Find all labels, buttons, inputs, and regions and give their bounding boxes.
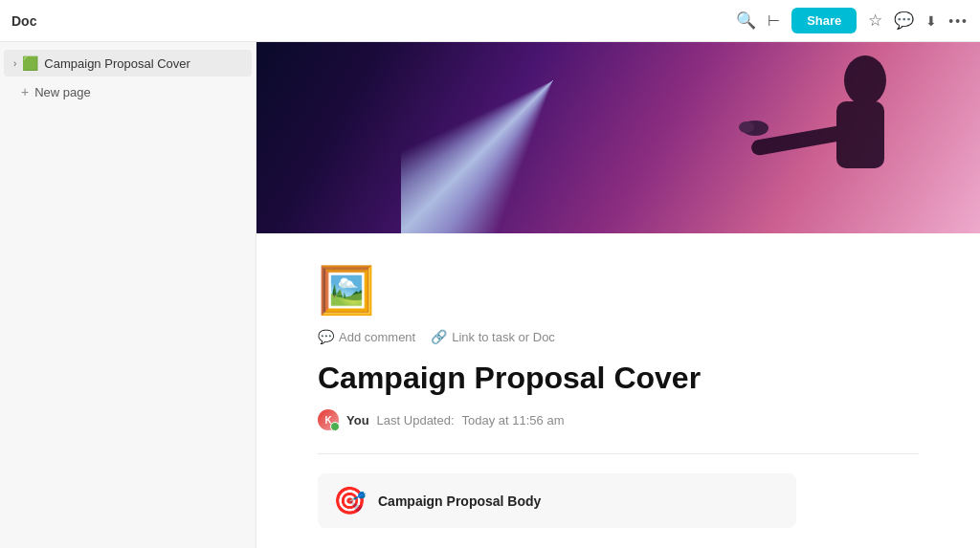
export-icon: ⬇ bbox=[925, 13, 937, 29]
sidebar-page-icon: 🟩 bbox=[22, 55, 38, 71]
hero-image bbox=[256, 42, 980, 233]
add-comment-label: Add comment bbox=[339, 330, 415, 344]
new-page-label: New page bbox=[34, 85, 91, 99]
collapse-icon: ⊢ bbox=[768, 12, 780, 30]
comment-small-icon: 💬 bbox=[318, 329, 334, 344]
more-button[interactable]: ••• bbox=[948, 13, 969, 29]
doc-meta: K You Last Updated: Today at 11:56 am bbox=[318, 409, 919, 430]
sidebar-item-campaign-proposal-cover[interactable]: › 🟩 Campaign Proposal Cover bbox=[4, 50, 252, 77]
doc-emoji: 🖼️ bbox=[318, 264, 919, 318]
hero-silhouette bbox=[731, 52, 923, 233]
star-button[interactable]: ☆ bbox=[868, 11, 882, 31]
meta-you: You bbox=[346, 413, 369, 427]
add-comment-button[interactable]: 💬 Add comment bbox=[318, 329, 415, 344]
comment-button[interactable]: 💬 bbox=[894, 11, 914, 31]
link-task-label: Link to task or Doc bbox=[452, 330, 555, 344]
subpage-icon: 🎯 bbox=[333, 485, 367, 516]
meta-time: Today at 11:56 am bbox=[462, 413, 565, 427]
topbar-right: 🔍 ⊢ Share ☆ 💬 ⬇ ••• bbox=[736, 8, 969, 33]
collapse-button[interactable]: ⊢ bbox=[768, 12, 780, 30]
avatar-initials: K bbox=[324, 415, 331, 426]
sidebar: › 🟩 Campaign Proposal Cover + New page bbox=[0, 42, 256, 548]
subpage-label: Campaign Proposal Body bbox=[378, 493, 541, 509]
new-page-item[interactable]: + New page bbox=[0, 78, 256, 105]
subpage-card[interactable]: 🎯 Campaign Proposal Body bbox=[318, 473, 796, 528]
meta-last-updated: Last Updated: bbox=[377, 413, 455, 427]
topbar: Doc 🔍 ⊢ Share ☆ 💬 ⬇ ••• bbox=[0, 0, 980, 42]
doc-body: 🖼️ 💬 Add comment 🔗 Link to task or Doc C… bbox=[256, 233, 980, 548]
doc-title: Campaign Proposal Cover bbox=[318, 360, 919, 396]
star-icon: ☆ bbox=[868, 11, 882, 31]
app-logo: Doc bbox=[11, 13, 36, 29]
sidebar-item-label: Campaign Proposal Cover bbox=[44, 56, 189, 71]
doc-actions: 💬 Add comment 🔗 Link to task or Doc bbox=[318, 329, 919, 344]
comment-icon: 💬 bbox=[894, 11, 914, 31]
search-button[interactable]: 🔍 bbox=[736, 11, 756, 31]
svg-point-4 bbox=[739, 121, 754, 133]
main-layout: › 🟩 Campaign Proposal Cover + New page bbox=[0, 42, 980, 548]
link-icon: 🔗 bbox=[431, 329, 447, 344]
plus-icon: + bbox=[21, 84, 29, 99]
topbar-left: Doc bbox=[11, 13, 36, 29]
content-area: 🖼️ 💬 Add comment 🔗 Link to task or Doc C… bbox=[256, 42, 980, 548]
sidebar-chevron-icon: › bbox=[13, 58, 16, 69]
search-icon: 🔍 bbox=[736, 11, 756, 31]
share-button[interactable]: Share bbox=[791, 8, 857, 33]
export-button[interactable]: ⬇ bbox=[925, 13, 937, 29]
link-task-button[interactable]: 🔗 Link to task or Doc bbox=[431, 329, 555, 344]
avatar: K bbox=[318, 409, 339, 430]
svg-point-0 bbox=[844, 55, 886, 105]
more-icon: ••• bbox=[948, 13, 969, 29]
divider bbox=[318, 453, 919, 454]
